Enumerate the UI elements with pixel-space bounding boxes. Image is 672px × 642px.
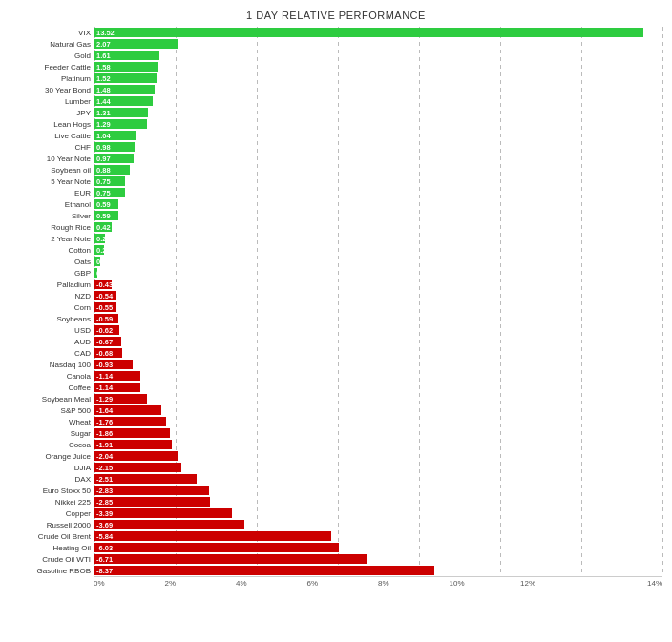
bar-row-34: -1.76	[94, 416, 662, 427]
bar-19: 0.24	[94, 245, 104, 255]
bar-row-6: 1.44	[94, 95, 662, 107]
bar-row-25: -0.59	[94, 313, 662, 324]
bar-row-13: 0.75	[94, 176, 662, 187]
bar-row-26: -0.62	[94, 324, 662, 336]
bar-value-38: -2.15	[94, 464, 115, 472]
bar-0: 13.52	[94, 28, 643, 37]
x-tick-6: 12%	[520, 579, 592, 588]
bar-30: -1.14	[94, 371, 140, 381]
bar-value-14: 0.75	[94, 189, 113, 197]
bar-label-26: USD	[10, 324, 94, 336]
bar-value-46: -6.71	[94, 555, 115, 564]
chart-area: VIXNatural GasGoldFeeder CattlePlatinum3…	[10, 27, 662, 576]
bar-value-8: 1.29	[94, 120, 113, 129]
bar-7: 1.31	[94, 108, 148, 117]
bar-47: -8.37	[94, 566, 434, 575]
bar-row-16: 0.59	[94, 210, 662, 221]
bar-value-7: 1.31	[94, 109, 113, 117]
bar-label-3: Feeder Cattle	[10, 61, 94, 72]
bar-5: 1.48	[94, 85, 155, 94]
x-tick-2: 4%	[236, 579, 307, 588]
bar-row-14: 0.75	[94, 187, 662, 198]
bar-label-33: S&P 500	[10, 404, 94, 416]
bar-row-12: 0.88	[94, 164, 662, 176]
x-tick-7: 14%	[592, 579, 663, 588]
bar-value-30: -1.14	[94, 372, 115, 381]
bar-46: -6.71	[94, 554, 367, 564]
bar-row-18: 0.26	[94, 233, 662, 244]
bar-row-0: 13.52	[94, 27, 662, 38]
bar-label-27: AUD	[10, 336, 94, 347]
bar-label-1: Natural Gas	[10, 38, 94, 50]
bar-row-15: 0.59	[94, 198, 662, 210]
bar-row-45: -6.03	[94, 542, 662, 553]
bar-row-23: -0.54	[94, 290, 662, 301]
bar-9: 1.04	[94, 131, 136, 140]
bar-2: 1.61	[94, 51, 159, 60]
bar-3: 1.58	[94, 62, 158, 72]
bar-label-23: NZD	[10, 290, 94, 301]
bar-31: -1.14	[94, 383, 140, 392]
bar-label-44: Crude Oil Brent	[10, 530, 94, 542]
bar-29: -0.93	[94, 360, 133, 369]
bar-17: 0.42	[94, 222, 112, 232]
bar-row-28: -0.68	[94, 347, 662, 359]
bar-label-20: Oats	[10, 256, 94, 267]
bar-label-45: Heating Oil	[10, 542, 94, 553]
bar-label-39: DAX	[10, 473, 94, 485]
bar-value-27: -0.67	[94, 338, 115, 346]
bar-row-31: -1.14	[94, 382, 662, 393]
bar-15: 0.59	[94, 199, 118, 209]
bar-value-44: -5.84	[94, 532, 115, 541]
bar-label-11: 10 Year Note	[10, 153, 94, 164]
bar-value-28: -0.68	[94, 349, 115, 358]
x-tick-1: 2%	[165, 579, 237, 588]
bar-row-7: 1.31	[94, 107, 662, 118]
bar-row-43: -3.69	[94, 519, 662, 530]
bar-33: -1.64	[94, 405, 161, 415]
bar-label-18: 2 Year Note	[10, 233, 94, 244]
bar-22: -0.43	[94, 280, 112, 289]
bar-label-25: Soybeans	[10, 313, 94, 324]
bar-value-35: -1.86	[94, 429, 115, 438]
bar-row-4: 1.52	[94, 72, 662, 84]
bar-row-9: 1.04	[94, 130, 662, 141]
x-tick-0: 0%	[94, 579, 165, 588]
chart-title: 1 DAY RELATIVE PERFORMANCE	[10, 10, 662, 21]
bar-label-47: Gasoline RBOB	[10, 565, 94, 576]
bar-label-0: VIX	[10, 27, 94, 38]
bar-value-34: -1.76	[94, 418, 115, 426]
bar-23: -0.54	[94, 291, 116, 300]
bar-label-19: Cotton	[10, 244, 94, 256]
bar-row-20: 0.13	[94, 256, 662, 267]
bar-row-10: 0.98	[94, 141, 662, 153]
bar-row-5: 1.48	[94, 84, 662, 95]
x-tick-5: 10%	[450, 579, 521, 588]
bar-value-32: -1.29	[94, 395, 115, 404]
bar-label-38: DJIA	[10, 462, 94, 473]
bar-value-43: -3.69	[94, 521, 115, 529]
bar-value-31: -1.14	[94, 383, 115, 392]
x-tick-4: 8%	[378, 579, 450, 588]
bar-20: 0.13	[94, 257, 100, 266]
bar-label-17: Rough Rice	[10, 221, 94, 233]
bar-value-24: -0.55	[94, 303, 115, 312]
bar-value-29: -0.93	[94, 361, 115, 369]
bar-row-22: -0.43	[94, 279, 662, 290]
bar-row-42: -3.39	[94, 507, 662, 519]
bar-value-18: 0.26	[94, 235, 113, 243]
bar-label-12: Soybean oil	[10, 164, 94, 176]
bar-row-2: 1.61	[94, 50, 662, 61]
bar-14: 0.75	[94, 188, 125, 197]
bar-37: -2.04	[94, 451, 178, 461]
bar-value-23: -0.54	[94, 292, 115, 300]
bar-value-16: 0.59	[94, 212, 113, 220]
bars-column: 13.522.071.611.581.521.481.441.311.291.0…	[94, 27, 662, 576]
bar-value-0: 13.52	[94, 29, 116, 37]
bar-row-32: -1.29	[94, 393, 662, 404]
bar-row-3: 1.58	[94, 61, 662, 72]
bar-42: -3.39	[94, 508, 232, 518]
bar-row-8: 1.29	[94, 118, 662, 130]
bar-value-3: 1.58	[94, 63, 113, 72]
bar-16: 0.59	[94, 211, 118, 220]
